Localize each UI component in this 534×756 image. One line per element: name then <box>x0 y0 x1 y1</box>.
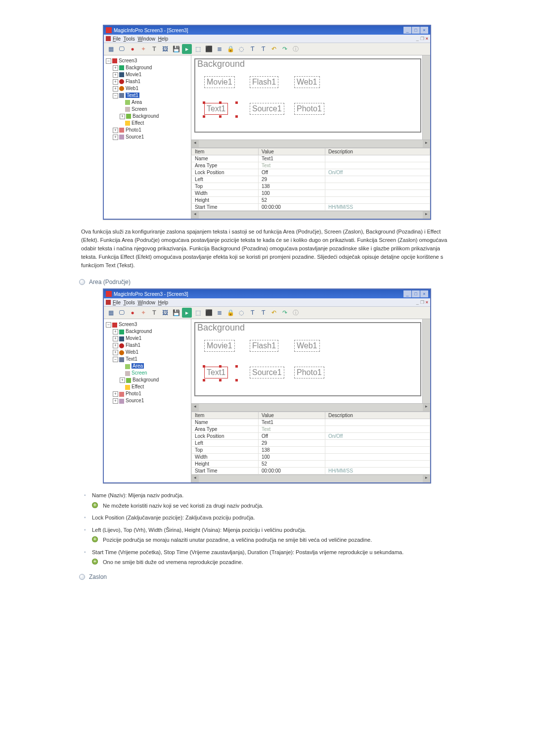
minimize-button[interactable]: _ <box>403 27 411 34</box>
photo1-object[interactable]: Photo1 <box>294 103 324 115</box>
canvas-scroll-v[interactable] <box>422 319 430 403</box>
tree-text1[interactable]: −Text1 <box>105 92 190 99</box>
tree-background2[interactable]: +Background <box>105 113 190 120</box>
minimize-button[interactable]: _ <box>403 290 411 297</box>
movie1-object[interactable]: Movie1 <box>204 340 235 352</box>
canvas-scroll-v[interactable] <box>422 55 430 140</box>
tool-puzzle-icon[interactable]: ✦ <box>138 44 148 54</box>
tool-preview-icon[interactable]: ▸ <box>182 308 192 318</box>
tool-preview-icon[interactable]: ▸ <box>182 44 192 54</box>
tree-source1[interactable]: +Source1 <box>105 134 190 141</box>
table-row[interactable]: Height52 <box>192 461 430 468</box>
table-row[interactable]: Start Time00:00:00HH/MM/SS <box>192 468 430 474</box>
tree-effect[interactable]: Effect <box>105 120 190 127</box>
tree-flash1[interactable]: +Flash1 <box>105 78 190 85</box>
tree-flash1[interactable]: +Flash1 <box>105 342 190 349</box>
source1-object[interactable]: Source1 <box>250 103 284 115</box>
tool-record-icon[interactable]: ● <box>128 44 137 54</box>
table-row[interactable]: Start Time00:00:00HH/MM/SS <box>192 204 430 211</box>
tree-movie1[interactable]: +Movie1 <box>105 335 190 342</box>
tool-layer-back-icon[interactable]: ⬚ <box>193 44 203 54</box>
tool-lock-icon[interactable]: 🔒 <box>225 308 235 318</box>
maximize-button[interactable]: □ <box>412 290 420 297</box>
movie1-object[interactable]: Movie1 <box>204 76 235 88</box>
canvas[interactable]: Background Movie1 Flash1 Web1 Text1 Sour <box>191 319 422 403</box>
canvas-scroll-h[interactable]: ◂▸ <box>191 140 430 147</box>
tree-background2[interactable]: +Background <box>105 377 190 383</box>
handle-icon[interactable] <box>219 115 222 118</box>
tool-undo-icon[interactable]: ↶ <box>269 44 279 54</box>
handle-icon[interactable] <box>235 101 238 104</box>
handle-icon[interactable] <box>203 101 205 104</box>
text1-object[interactable]: Text1 <box>204 367 228 378</box>
background-object[interactable]: Background Movie1 Flash1 Web1 Text1 Sour <box>194 322 421 396</box>
tree-web1[interactable]: +Web1 <box>105 85 190 92</box>
tool-zoom-out-icon[interactable]: Ƭ <box>258 44 268 54</box>
table-row[interactable]: Top138 <box>192 447 430 454</box>
tree-area[interactable]: Area <box>105 363 190 370</box>
table-row[interactable]: Area TypeText <box>192 426 430 433</box>
tree-screen[interactable]: Screen <box>105 370 190 377</box>
tool-align-icon[interactable]: ≣ <box>215 308 224 318</box>
handle-icon[interactable] <box>235 365 238 368</box>
mdi-restore[interactable]: ❐ <box>420 300 424 305</box>
tool-redo-icon[interactable]: ↷ <box>280 44 290 54</box>
flash1-object[interactable]: Flash1 <box>250 76 278 88</box>
tree-text1[interactable]: −Text1 <box>105 356 190 363</box>
flash1-object[interactable]: Flash1 <box>250 340 278 352</box>
tree-background[interactable]: +Background <box>105 328 190 335</box>
handle-icon[interactable] <box>235 379 238 381</box>
tool-undo-icon[interactable]: ↶ <box>269 308 279 318</box>
tool-info-icon[interactable]: ⓘ <box>291 44 301 54</box>
table-row[interactable]: Left29 <box>192 440 430 447</box>
tree-background[interactable]: +Background <box>105 64 190 71</box>
web1-object[interactable]: Web1 <box>294 340 320 352</box>
close-button[interactable]: × <box>420 27 428 34</box>
tool-layer-back-icon[interactable]: ⬚ <box>193 308 203 318</box>
text1-object[interactable]: Text1 <box>204 103 228 115</box>
handle-icon[interactable] <box>219 101 222 104</box>
tool-layer-front-icon[interactable]: ⬛ <box>204 308 214 318</box>
tree-source1[interactable]: +Source1 <box>105 397 190 404</box>
handle-icon[interactable] <box>203 365 205 368</box>
tool-layer-front-icon[interactable]: ⬛ <box>204 44 214 54</box>
canvas[interactable]: Background Movie1 Flash1 Web1 Text1 Sour <box>191 55 422 140</box>
tree-photo1[interactable]: +Photo1 <box>105 390 190 397</box>
table-row[interactable]: Height52 <box>192 197 430 204</box>
tool-zoom-in-icon[interactable]: Ƭ <box>247 44 257 54</box>
source1-object[interactable]: Source1 <box>250 367 284 378</box>
table-row[interactable]: Lock PositionOffOn/Off <box>192 169 430 176</box>
close-button[interactable]: × <box>420 290 428 297</box>
tool-redo-icon[interactable]: ↷ <box>280 308 290 318</box>
tool-screen-icon[interactable]: ▦ <box>106 308 116 318</box>
tree-root[interactable]: −Screen3 <box>105 321 190 328</box>
tool-screen-icon[interactable]: ▦ <box>106 44 116 54</box>
properties-scroll-h[interactable]: ◂▸ <box>191 211 430 219</box>
tool-align-icon[interactable]: ≣ <box>215 44 224 54</box>
menu-bar[interactable]: File Tools Window Help <box>113 36 414 42</box>
tree-photo1[interactable]: +Photo1 <box>105 127 190 134</box>
tool-text-icon[interactable]: T <box>149 44 159 54</box>
tool-save-icon[interactable]: 💾 <box>171 44 181 54</box>
tool-puzzle-icon[interactable]: ✦ <box>138 308 148 318</box>
maximize-button[interactable]: □ <box>412 27 420 34</box>
photo1-object[interactable]: Photo1 <box>294 367 324 378</box>
table-row[interactable]: Width100 <box>192 190 430 197</box>
mdi-minimize[interactable]: _ <box>416 300 419 305</box>
handle-icon[interactable] <box>203 115 205 118</box>
tool-image-icon[interactable]: 🖼 <box>160 44 170 54</box>
handle-icon[interactable] <box>219 379 222 381</box>
table-row[interactable]: NameText1 <box>192 155 430 162</box>
table-row[interactable]: Area TypeText <box>192 162 430 169</box>
mdi-close[interactable]: × <box>426 36 428 41</box>
properties-scroll-h[interactable]: ◂▸ <box>191 474 430 482</box>
tree-effect[interactable]: Effect <box>105 383 190 390</box>
tool-lock-icon[interactable]: 🔒 <box>225 44 235 54</box>
mdi-restore[interactable]: ❐ <box>420 36 424 41</box>
handle-icon[interactable] <box>235 115 238 118</box>
tree-root[interactable]: −Screen3 <box>105 57 190 64</box>
menu-bar[interactable]: File Tools Window Help <box>113 300 414 305</box>
mdi-minimize[interactable]: _ <box>416 36 419 41</box>
tool-zoom-out-icon[interactable]: Ƭ <box>258 308 268 318</box>
tree-area[interactable]: Area <box>105 99 190 106</box>
